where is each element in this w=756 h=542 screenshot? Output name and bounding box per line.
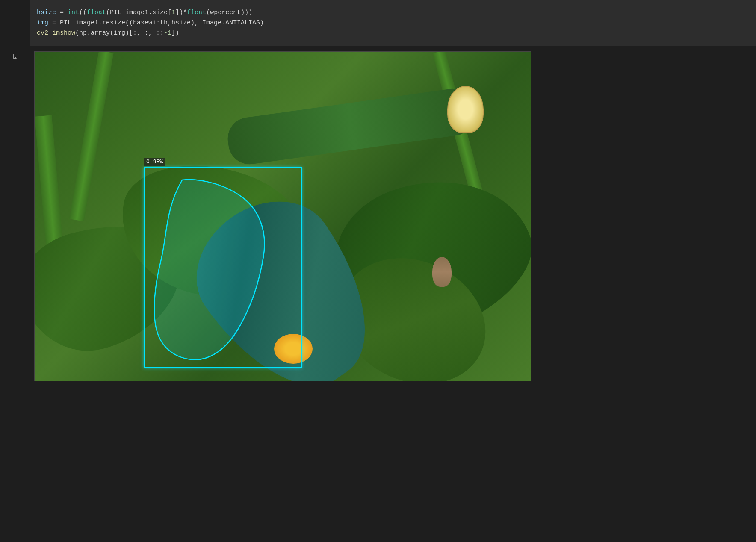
output-content: 0 98% (30, 46, 756, 388)
flower-bud (447, 86, 484, 133)
plant-stalk (69, 52, 114, 221)
background-zucchini (225, 86, 477, 167)
code-token: cv2_imshow (37, 29, 75, 37)
code-token: img (37, 19, 48, 27)
code-token: float (187, 9, 206, 16)
code-line-3: cv2_imshow(np.array(img)[:, :, ::-1]) (37, 28, 749, 38)
code-token: (np.array(img)[:, :, :: (75, 29, 164, 37)
code-token: (( (79, 9, 87, 16)
code-line-2: img = PIL_image1.resize((basewidth,hsize… (37, 18, 749, 28)
detection-confidence: 98% (153, 159, 163, 165)
detection-image: 0 98% (35, 52, 531, 381)
code-token: -1 (164, 29, 171, 37)
code-token: 1 (171, 9, 175, 16)
code-token: int (68, 9, 79, 16)
code-token: ])* (175, 9, 187, 16)
code-line-1: hsize = int((float(PIL_image1.size[1])*f… (37, 8, 749, 18)
cell-content: hsize = int((float(PIL_image1.size[1])*f… (30, 0, 756, 46)
code-token: = (56, 9, 68, 16)
code-cell: hsize = int((float(PIL_image1.size[1])*f… (0, 0, 756, 46)
code-block: hsize = int((float(PIL_image1.size[1])*f… (37, 4, 749, 42)
code-token: float (87, 9, 106, 16)
detection-class-id: 0 (146, 159, 150, 165)
code-token: ]) (171, 29, 179, 37)
code-token: (PIL_image1.size[ (106, 9, 171, 16)
code-token: = PIL_image1.resize((basewidth,hsize), I… (48, 19, 264, 27)
output-gutter: ↳ (0, 46, 30, 388)
output-icon: ↳ (13, 52, 18, 62)
cell-gutter (0, 0, 30, 46)
image-output-container: 0 98% (34, 51, 531, 381)
code-token: (wpercent))) (206, 9, 252, 16)
output-cell: ↳ (0, 46, 756, 388)
insect (432, 257, 452, 287)
detection-label: 0 98% (144, 158, 165, 166)
zucchini-flower (274, 334, 313, 364)
code-token: hsize (37, 9, 56, 16)
